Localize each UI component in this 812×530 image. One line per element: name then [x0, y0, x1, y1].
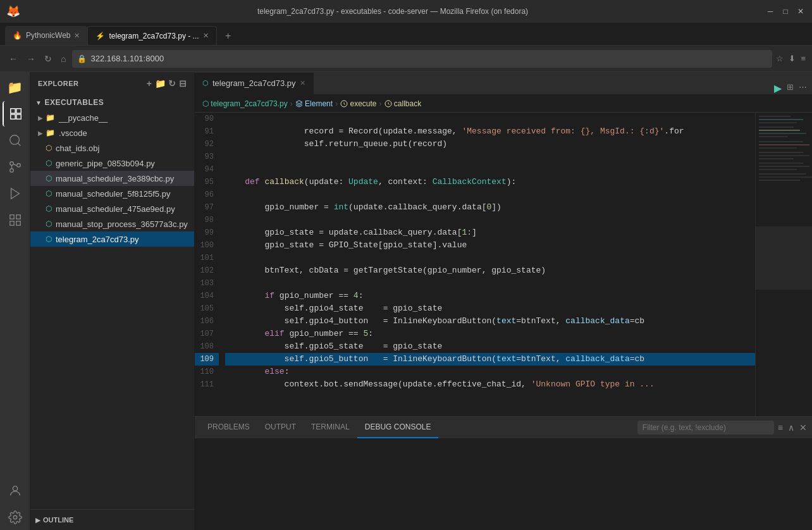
bookmark-icon[interactable]: ☆ [776, 54, 784, 63]
sidebar-item-pycache[interactable]: ▶ 📁 __pycache__ [30, 110, 194, 125]
folder-arrow: ▶ [38, 130, 43, 137]
svg-rect-26 [759, 133, 806, 134]
address-bar-actions: ☆ ⬇ ≡ [776, 54, 806, 63]
sidebar-item-manual-scheduler-3[interactable]: ⬡ manual_scheduler_475ae9ed.py [30, 201, 194, 216]
svg-rect-34 [759, 163, 803, 164]
sidebar-item-telegram[interactable]: ⬡ telegram_2ca7cd73.py [30, 231, 194, 247]
line-numbers: 90 91 92 93 94 95 96 97 98 99 100 101 10… [195, 113, 225, 416]
code-content[interactable]: record = Record(update.message, 'Message… [225, 113, 755, 416]
reload-btn[interactable]: ↻ [42, 51, 54, 66]
activity-settings[interactable] [3, 505, 28, 530]
tree-root-section[interactable]: ▼ EXECUTABLES [30, 95, 194, 110]
sidebar-item-generic-pipe[interactable]: ⬡ generic_pipe_0853b094.py [30, 156, 194, 171]
run-btn[interactable]: ▶ [774, 82, 782, 94]
activity-account[interactable] [3, 478, 28, 503]
folder-icon: 📁 [46, 128, 55, 137]
line-num-105: 105 [195, 302, 219, 315]
line-num-111: 111 [195, 378, 219, 391]
sidebar-item-chat-ids[interactable]: ⬡ chat_ids.obj [30, 140, 194, 156]
tab-favicon: ⚡ [95, 32, 105, 40]
new-file-btn[interactable]: + [147, 78, 152, 89]
close-btn[interactable]: ✕ [796, 6, 806, 16]
tree-item-label: generic_pipe_0853b094.py [56, 159, 155, 168]
svg-rect-23 [759, 122, 797, 123]
minimap [755, 113, 812, 416]
svg-point-17 [13, 515, 17, 519]
tab-close-btn[interactable]: ✕ [74, 32, 80, 40]
editor-tab-close-btn[interactable]: ✕ [300, 79, 305, 87]
panel-content [195, 438, 812, 530]
refresh-btn[interactable]: ↻ [168, 78, 176, 89]
sidebar-item-manual-stop[interactable]: ⬡ manual_stop_process_36577a3c.py [30, 216, 194, 231]
home-btn[interactable]: ⌂ [58, 51, 68, 66]
sidebar-item-manual-scheduler-1[interactable]: ⬡ manual_scheduler_3e389cbc.py [30, 171, 194, 186]
back-btn[interactable]: ← [6, 51, 20, 66]
address-input[interactable] [90, 54, 767, 63]
code-line-107: elif gpio_number == 5: [225, 328, 755, 340]
breadcrumb-callback[interactable]: callback [384, 99, 422, 108]
split-editor-btn[interactable]: ⊞ [787, 82, 794, 94]
tree-root-label: EXECUTABLES [44, 98, 104, 107]
activity-files[interactable] [3, 101, 28, 126]
tab-close-active-btn[interactable]: ✕ [203, 32, 209, 40]
breadcrumb-file[interactable]: ⬡ telegram_2ca7cd73.py [202, 99, 288, 108]
code-line-106: self.gpio4_button = InlineKeyboardButton… [225, 315, 755, 328]
sidebar-item-vscode[interactable]: ▶ 📁 .vscode [30, 125, 194, 140]
svg-marker-11 [11, 188, 19, 199]
activity-explorer[interactable]: 📁 [3, 75, 28, 100]
editor-tab-actions: ▶ ⊞ ⋯ [769, 82, 812, 94]
tree-item-label: manual_stop_process_36577a3c.py [56, 219, 188, 229]
panel-tab-terminal[interactable]: TERMINAL [304, 417, 357, 438]
folder-arrow: ▶ [38, 114, 43, 121]
code-line-105: self.gpio4_state = gpio_state [225, 302, 755, 315]
debug-console-tab-label: DEBUG CONSOLE [365, 422, 431, 431]
panel-tab-output[interactable]: OUTPUT [257, 417, 304, 438]
line-num-99: 99 [195, 226, 219, 239]
panel-filter-input[interactable] [643, 423, 769, 432]
window-title: telegram_2ca7cd73.py - executables - cod… [20, 7, 765, 16]
file-icon-py: ⬡ [46, 174, 52, 183]
panel-list-btn[interactable]: ≡ [778, 422, 783, 433]
minimize-btn[interactable]: ─ [765, 6, 775, 16]
line-num-95: 95 [195, 176, 219, 188]
new-folder-btn[interactable]: 📁 [155, 78, 166, 89]
activity-search[interactable] [3, 128, 28, 153]
line-num-102: 102 [195, 264, 219, 277]
breadcrumb-sep-1: › [290, 99, 293, 108]
breadcrumb-execute[interactable]: execute [340, 99, 376, 108]
line-num-109: 109 [195, 353, 219, 366]
activity-source-control[interactable] [3, 154, 28, 180]
svg-rect-13 [16, 215, 20, 219]
line-num-91: 91 [195, 125, 219, 138]
forward-btn[interactable]: → [24, 51, 38, 66]
line-num-97: 97 [195, 201, 219, 214]
menu-icon[interactable]: ≡ [801, 54, 806, 63]
download-icon[interactable]: ⬇ [789, 54, 796, 63]
panel-tab-problems[interactable]: PROBLEMS [200, 417, 257, 438]
line-num-96: 96 [195, 188, 219, 201]
outline-section[interactable]: ▶ OUTLINE [30, 512, 194, 527]
browser-tab-pythonic[interactable]: 🔥 PythonicWeb ✕ [5, 26, 87, 45]
sidebar: Explorer + 📁 ↻ ⊟ ▼ EXECUTABLES ▶ 📁 __pyc… [30, 72, 195, 530]
panel-tab-bar: PROBLEMS OUTPUT TERMINAL DEBUG CONSOLE [195, 417, 812, 438]
activity-extensions[interactable] [3, 207, 28, 233]
panel-tab-debug-console[interactable]: DEBUG CONSOLE [357, 417, 439, 438]
breadcrumb-element[interactable]: Element [295, 99, 333, 108]
panel-collapse-btn[interactable]: ∧ [788, 422, 794, 433]
collapse-btn[interactable]: ⊟ [179, 78, 187, 89]
breadcrumb-execute-label: execute [350, 99, 376, 108]
activity-run[interactable] [3, 181, 28, 206]
file-icon-py: ⬡ [46, 235, 52, 243]
sidebar-item-manual-scheduler-2[interactable]: ⬡ manual_scheduler_5f8125f5.py [30, 186, 194, 201]
browser-tab-editor[interactable]: ⚡ telegram_2ca7cd73.py - ... ✕ [87, 26, 216, 45]
editor-tab-telegram[interactable]: ⬡ telegram_2ca7cd73.py ✕ [195, 73, 314, 94]
svg-rect-32 [759, 155, 809, 156]
svg-rect-2 [10, 114, 15, 119]
new-tab-btn[interactable]: + [219, 27, 237, 45]
maximize-btn[interactable]: □ [780, 6, 790, 16]
panel-close-btn[interactable]: ✕ [799, 422, 807, 433]
more-actions-btn[interactable]: ⋯ [799, 82, 807, 94]
code-line-100: gpio_state = GPIO_State[gpio_state].valu… [225, 239, 755, 252]
window-controls[interactable]: ─ □ ✕ [765, 6, 806, 16]
line-num-103: 103 [195, 277, 219, 290]
